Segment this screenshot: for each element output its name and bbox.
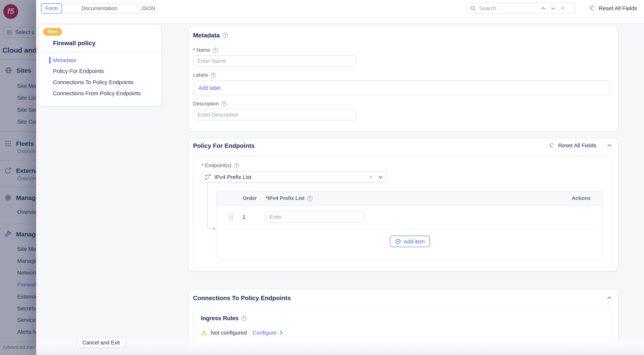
policy-section-title: Policy For Endpoints	[193, 142, 254, 149]
wizard-title: Firewall policy	[53, 39, 96, 46]
chevron-down-icon[interactable]	[378, 175, 383, 178]
description-label-text: Description	[193, 101, 219, 107]
app-sidebar: f5 Select s Cloud and Sites Site Map Sit…	[0, 0, 36, 355]
wizard-step-connections-to[interactable]: Connections To Policy Endpoints	[53, 79, 134, 85]
name-field-label: * Name	[193, 47, 218, 53]
add-item-button[interactable]: Add item	[390, 236, 430, 247]
endpoint-field-label: * Endpoint(s)	[202, 162, 239, 168]
help-icon[interactable]	[307, 196, 312, 201]
prefix-list-table: Order *IPv4 Prefix List Actions 1	[216, 191, 603, 260]
search-icon	[467, 3, 478, 13]
collapse-section-icon[interactable]	[607, 144, 612, 147]
order-column-header: Order	[243, 195, 256, 201]
add-item-label: Add item	[404, 238, 425, 244]
reset-icon	[589, 5, 596, 11]
endpoint-type-icon	[205, 174, 211, 180]
search-next-icon[interactable]	[548, 3, 558, 13]
section-reset-all-fields-button[interactable]: Reset All Fields	[549, 142, 596, 149]
row-separator	[222, 229, 598, 229]
firewall-policy-modal: Form Documentation JSON ×	[36, 0, 644, 355]
reset-all-fields-label: Reset All Fields	[599, 5, 637, 11]
endpoint-label-text: * Endpoint(s)	[202, 162, 231, 168]
name-input[interactable]	[193, 55, 356, 66]
form-search-box: ×	[466, 3, 576, 14]
connections-section-title: Connections To Policy Endpoints	[193, 294, 291, 302]
tree-connector-line	[206, 183, 216, 231]
labels-label-text: Labels	[193, 72, 208, 78]
reset-all-fields-button[interactable]: Reset All Fields	[589, 3, 637, 14]
wizard-step-policy-for-endpoints[interactable]: Policy For Endpoints	[53, 68, 104, 74]
view-tabs: Form Documentation JSON	[41, 3, 159, 13]
table-header-row: Order *IPv4 Prefix List Actions	[216, 191, 603, 206]
section-reset-label: Reset All Fields	[558, 142, 596, 149]
ingress-rules-title: Ingress Rules	[201, 315, 246, 321]
tab-form[interactable]: Form	[41, 3, 62, 13]
search-clear-icon[interactable]: ×	[558, 3, 568, 13]
cancel-and-exit-button[interactable]: Cancel and Exit	[76, 337, 126, 348]
add-label-link[interactable]: Add label	[198, 85, 220, 91]
wizard-divider	[39, 52, 161, 52]
clear-selection-icon[interactable]: ×	[369, 174, 372, 180]
wizard-step-connections-from[interactable]: Connections From Policy Endpoints	[53, 90, 141, 96]
help-icon[interactable]	[234, 163, 239, 168]
tab-json[interactable]: JSON	[137, 3, 159, 13]
modal-content: New Firewall policy Metadata Policy For …	[36, 23, 644, 355]
prefix-input[interactable]	[265, 211, 365, 223]
labels-container: Add label	[193, 80, 610, 95]
active-step-bar	[49, 57, 50, 64]
wizard-step-metadata[interactable]: Metadata	[53, 57, 76, 63]
description-field-label: Description	[193, 101, 226, 107]
reset-icon	[549, 142, 555, 149]
modal-footer: Cancel and Exit	[36, 334, 644, 355]
order-cell: 1	[242, 214, 246, 220]
policy-for-endpoints-card: Policy For Endpoints Reset All Fields * …	[189, 138, 618, 271]
labels-field-label: Labels	[193, 72, 216, 78]
endpoint-type-value: IPv4 Prefix List	[214, 174, 251, 180]
endpoint-group-box: * Endpoint(s) IPv4 Prefix List ×	[193, 156, 612, 268]
drag-handle[interactable]	[229, 213, 233, 220]
name-label-text: * Name	[193, 47, 210, 53]
help-icon[interactable]	[213, 47, 218, 53]
metadata-card: Metadata * Name Labels Add label Descrip…	[189, 27, 618, 131]
search-prev-icon[interactable]	[538, 3, 548, 13]
status-badge: New	[43, 28, 62, 36]
wizard-divider-notch	[50, 49, 56, 54]
help-icon[interactable]	[241, 316, 246, 321]
metadata-section-title: Metadata	[193, 32, 220, 39]
help-icon[interactable]	[210, 72, 216, 78]
prefix-column-header: *IPv4 Prefix List	[266, 195, 312, 201]
help-icon[interactable]	[221, 101, 226, 106]
search-divider	[537, 5, 537, 11]
modal-toolbar: Form Documentation JSON ×	[36, 0, 644, 23]
description-input[interactable]	[193, 109, 356, 120]
plus-circle-icon	[395, 239, 401, 244]
actions-column-header: Actions	[572, 195, 590, 201]
collapse-section-icon[interactable]	[607, 297, 612, 300]
search-input[interactable]	[478, 5, 536, 12]
modal-scrim	[0, 0, 36, 355]
help-icon[interactable]	[223, 32, 228, 38]
endpoint-type-select[interactable]: IPv4 Prefix List ×	[201, 171, 386, 183]
tab-documentation[interactable]: Documentation	[61, 3, 138, 13]
wizard-nav-card: New Firewall policy Metadata Policy For …	[39, 25, 161, 106]
